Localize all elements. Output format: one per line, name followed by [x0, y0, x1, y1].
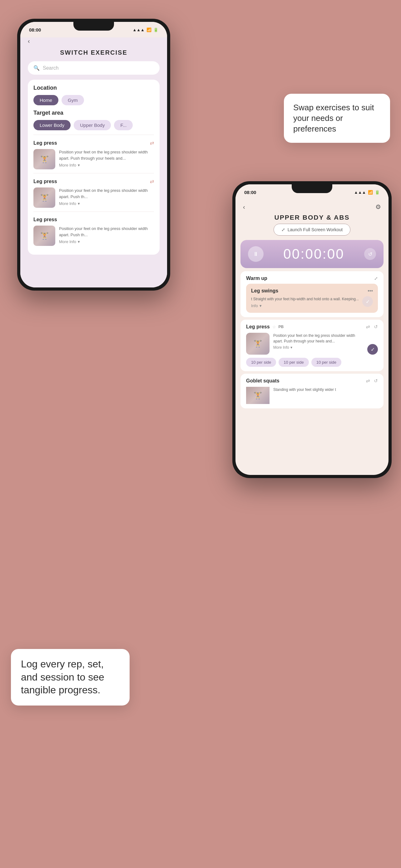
exercise-desc-2: Position your feet on the leg press shou…: [59, 187, 154, 200]
goblet-desc: Standing with your feet slightly wider t: [273, 387, 378, 404]
phone1-status-icons: ▲▲▲ 📶 🔋: [132, 28, 158, 32]
target-chips: Lower Body Upper Body F...: [33, 120, 154, 130]
pause-button[interactable]: ⏸: [248, 246, 264, 262]
exercise-thumb-3: 🏋️: [33, 226, 55, 246]
history-icon-gs[interactable]: ↺: [374, 378, 378, 384]
warmup-label: Warm up: [246, 276, 267, 281]
leg-press-thumb: 🏋️: [246, 333, 269, 354]
set-chip-1[interactable]: 10 per side: [246, 358, 276, 367]
exercise-item-2: Leg press ⇄ 🏋️ Position your feet on the…: [33, 173, 154, 212]
battery-icon-2: 🔋: [375, 190, 380, 195]
leg-press-name: Leg press: [246, 324, 270, 330]
timer-section: ⏸ 00:00:00 ↺: [240, 240, 383, 268]
goblet-squats-section: Goblet squats ⇄ ↺ 🏋️ Standing with your …: [240, 374, 383, 408]
launch-fullscreen-button[interactable]: ⤢ Launch Full Screen Workout: [274, 224, 350, 236]
phone2: 08:00 ▲▲▲ 📶 🔋 ‹ ⚙ UPPER BODY & ABS ⤢ Lau…: [232, 181, 392, 478]
location-label: Location: [33, 85, 154, 91]
chevron-down-icon-4: ▾: [260, 303, 262, 308]
history-icon-lp[interactable]: ↺: [374, 324, 378, 330]
exercise-desc-1: Position your feet on the leg press shou…: [59, 149, 154, 161]
leg-press-section: Leg press ☆ PB ⇄ ↺ 🏋️ Position your feet…: [240, 320, 383, 371]
exercise-thumb-2: 🏋️: [33, 187, 55, 208]
more-info-btn-2[interactable]: More Info ▾: [59, 201, 80, 206]
phone1-notch: [73, 22, 114, 31]
more-options-icon[interactable]: •••: [368, 288, 373, 294]
chip-upper-body[interactable]: Upper Body: [74, 120, 111, 130]
star-icon[interactable]: ☆: [272, 324, 276, 329]
swap-icon-2[interactable]: ⇄: [150, 178, 154, 184]
chip-home[interactable]: Home: [33, 95, 58, 105]
expand-icon[interactable]: ⤢: [374, 276, 378, 281]
workout-back-button[interactable]: ‹: [243, 204, 245, 211]
tooltip-log-progress: Log every rep, set, and session to see t…: [11, 649, 130, 706]
exercise-item-1: Leg press ⇄ 🏋️ Position your feet on the…: [33, 135, 154, 173]
goblet-squats-name: Goblet squats: [246, 378, 279, 384]
phone2-time: 08:00: [244, 190, 256, 195]
workout-title-section: UPPER BODY & ABS ⤢ Launch Full Screen Wo…: [235, 211, 389, 240]
exercise-name-1: Leg press: [33, 140, 57, 146]
workout-header: ‹ ⚙: [235, 200, 389, 211]
exercise-thumb-1: 🏋️: [33, 149, 55, 169]
signal-icon: ▲▲▲: [132, 28, 144, 32]
search-input[interactable]: Search: [43, 65, 59, 71]
exercise-name-2: Leg press: [33, 179, 57, 184]
chevron-down-icon-2: ▾: [78, 201, 80, 206]
tooltip1-text: Swap exercises to suit your needs or pre…: [293, 102, 381, 134]
location-section: Location Home Gym Target area Lower Body…: [28, 80, 160, 255]
more-info-btn-1[interactable]: More Info ▾: [59, 163, 80, 167]
phone2-screen-content: ‹ ⚙ UPPER BODY & ABS ⤢ Launch Full Scree…: [235, 200, 389, 475]
tooltip2-text: Log every rep, set, and session to see t…: [21, 658, 120, 697]
gear-icon[interactable]: ⚙: [375, 203, 381, 211]
timer-display: 00:00:00: [283, 246, 344, 262]
back-button[interactable]: ‹: [28, 37, 160, 45]
goblet-thumb: 🏋️: [246, 387, 269, 404]
location-chips: Home Gym: [33, 95, 154, 105]
exercise-item-3: Leg press 🏋️ Position your feet on the l…: [33, 212, 154, 250]
chip-lower-body[interactable]: Lower Body: [33, 120, 71, 130]
more-info-btn-3[interactable]: More Info ▾: [59, 239, 80, 244]
tooltip-swap-exercises: Swap exercises to suit your needs or pre…: [284, 94, 390, 143]
chevron-down-icon: ▾: [78, 163, 80, 167]
set-chip-3[interactable]: 10 per side: [311, 358, 341, 367]
reset-button[interactable]: ↺: [364, 248, 376, 260]
swap-icon-gs[interactable]: ⇄: [366, 378, 370, 384]
phone1-screen-content: ‹ SWITCH EXERCISE 🔍 Search Location Home…: [20, 37, 167, 287]
warmup-section: Warm up ⤢ Leg swings ••• t Straight with…: [240, 271, 383, 317]
leg-swings-card: Leg swings ••• t Straight with your feet…: [246, 284, 378, 313]
swap-icon-lp[interactable]: ⇄: [366, 324, 370, 330]
leg-swings-check[interactable]: ✓: [362, 296, 373, 307]
set-chips: 10 per side 10 per side 10 per side: [246, 358, 378, 367]
workout-title: UPPER BODY & ABS: [243, 214, 381, 221]
set-chip-2[interactable]: 10 per side: [278, 358, 308, 367]
target-area-label: Target area: [33, 110, 154, 116]
phone1-status-bar: 08:00 ▲▲▲ 📶 🔋: [20, 22, 167, 37]
leg-press-check[interactable]: ✓: [367, 344, 378, 354]
pb-badge: PB: [278, 324, 284, 329]
leg-swings-more-info[interactable]: Info ▾: [251, 303, 262, 308]
leg-press-desc: Position your feet on the leg press shou…: [273, 333, 364, 344]
screen-title: SWITCH EXERCISE: [28, 49, 160, 56]
signal-icon-2: ▲▲▲: [354, 190, 366, 195]
exercise-name-3: Leg press: [33, 217, 57, 222]
phone1-time: 08:00: [29, 27, 41, 32]
wifi-icon: 📶: [146, 28, 152, 32]
swap-icon-1[interactable]: ⇄: [150, 140, 154, 146]
battery-icon: 🔋: [153, 28, 158, 32]
chevron-down-icon-3: ▾: [78, 239, 80, 244]
chip-gym[interactable]: Gym: [62, 95, 84, 105]
leg-swings-name: Leg swings: [251, 288, 278, 294]
fullscreen-icon: ⤢: [281, 227, 285, 232]
search-icon: 🔍: [33, 65, 40, 71]
phone2-status-icons: ▲▲▲ 📶 🔋: [354, 190, 380, 195]
phone2-status-bar: 08:00 ▲▲▲ 📶 🔋: [235, 184, 389, 200]
leg-swings-desc: t Straight with your feet hip-width and …: [251, 296, 359, 302]
chevron-down-icon-5: ▾: [291, 345, 292, 350]
wifi-icon-2: 📶: [368, 190, 373, 195]
phone1: 08:00 ▲▲▲ 📶 🔋 ‹ SWITCH EXERCISE 🔍 Search…: [17, 19, 170, 290]
search-box[interactable]: 🔍 Search: [28, 61, 160, 75]
phone2-notch: [292, 184, 332, 193]
chip-full[interactable]: F...: [114, 120, 133, 130]
exercise-desc-3: Position your feet on the leg press shou…: [59, 226, 154, 238]
leg-press-more-info[interactable]: More Info ▾: [273, 345, 292, 350]
